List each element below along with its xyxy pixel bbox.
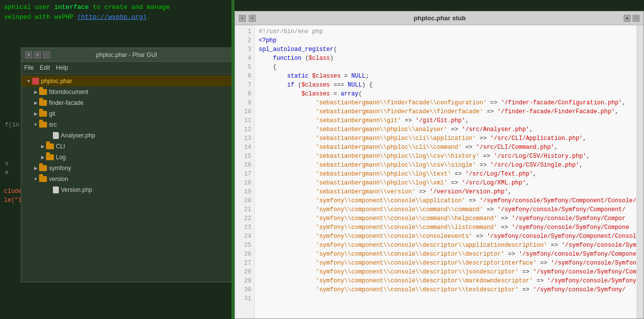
code-line: { [259, 63, 633, 72]
tree-item-analyser[interactable]: Analyser.php [21, 130, 232, 141]
line-number: 25 [235, 241, 254, 250]
code-maximize-button[interactable]: o [249, 15, 256, 22]
line-number: 29 [235, 276, 254, 285]
code-line: <?php [259, 36, 633, 45]
code-line: 'symfony\\component\\console\\descriptor… [259, 268, 633, 276]
folder-icon [39, 89, 47, 95]
tree-arrow: ▶ [32, 89, 39, 95]
folder-icon [39, 111, 47, 117]
line-number: 20 [235, 196, 254, 205]
line-number: 21 [235, 205, 254, 214]
line-number: 4 [235, 54, 254, 63]
file-window-title: phploc.phar - Phar GUI [96, 51, 157, 58]
close-button[interactable]: x [25, 51, 32, 58]
code-line: static $classes = NULL; [259, 72, 633, 81]
line-number: 8 [235, 90, 254, 98]
maximize-button[interactable]: o [34, 51, 41, 58]
tree-label: Version.php [61, 186, 92, 193]
code-line: 'sebastianbergmann\\git' => '/git/Git.ph… [259, 116, 633, 125]
code-line: 'symfony\\component\\console\\command\\c… [259, 205, 633, 214]
code-line: 'symfony\\component\\console\\descriptor… [259, 241, 633, 250]
tree-arrow [46, 132, 53, 139]
tree-label: git [49, 110, 55, 117]
code-line: 'symfony\\component\\console\\descriptor… [259, 276, 633, 285]
phar-icon [32, 78, 39, 85]
menu-file[interactable]: File [24, 64, 34, 71]
folder-icon [46, 143, 54, 149]
code-line: 'sebastianbergmann\\phploc\\cli\\command… [259, 143, 633, 152]
code-title-left[interactable]: x o [239, 15, 256, 22]
tree-label: phploc.phar [41, 78, 72, 85]
line-number: 27 [235, 259, 254, 268]
tree-arrow: ▶ [39, 154, 46, 161]
code-line: if ($classes === NULL) { [259, 81, 633, 90]
code-line: 'sebastianbergmann\\finderfacade\\finder… [259, 107, 633, 116]
tree-item-finder-facade[interactable]: ▶ finder-facade [21, 97, 232, 108]
tree-arrow: ▼ [25, 78, 32, 85]
menu-edit[interactable]: Edit [40, 64, 50, 71]
code-lines: #!/usr/bin/env php<?phpspl_autoload_regi… [255, 25, 637, 319]
tree-label: CLI [56, 143, 65, 150]
menu-bar: File Edit Help [21, 62, 232, 74]
line-number: 15 [235, 152, 254, 161]
tree-arrow: ▶ [32, 110, 39, 117]
line-number: 13 [235, 134, 254, 143]
line-number: 6 [235, 72, 254, 81]
folder-icon [39, 122, 47, 128]
file-manager-window: x o - phploc.phar - Phar GUI File Edit H… [21, 47, 232, 282]
line-number: 31 [235, 294, 254, 303]
tree-item-log[interactable]: ▶ Log [21, 152, 232, 163]
minimize-button[interactable]: - [43, 51, 50, 58]
vertical-scrollbar[interactable] [637, 25, 644, 319]
code-title-right[interactable]: ▲ □ [624, 15, 640, 22]
code-window: x o phploc.phar stub ▲ □ 123456789101112… [234, 11, 644, 319]
line-number: 12 [235, 125, 254, 134]
tree-item-git[interactable]: ▶ git [21, 108, 232, 119]
line-number: 18 [235, 179, 254, 187]
line-number: 14 [235, 143, 254, 152]
line-number: 3 [235, 45, 254, 54]
tree-label: Log [56, 154, 66, 161]
code-close-button[interactable]: x [239, 15, 246, 22]
line-number: 17 [235, 170, 254, 179]
menu-help[interactable]: Help [56, 64, 68, 71]
line-number: 5 [235, 63, 254, 72]
line-number: 22 [235, 214, 254, 223]
code-line: 'sebastianbergmann\\phploc\\log\\csv\\hi… [259, 152, 633, 161]
tree-item-version[interactable]: ▼ version [21, 174, 232, 184]
tree-label: version [49, 176, 68, 182]
line-number: 23 [235, 223, 254, 232]
code-line: 'symfony\\component\\console\\applicatio… [259, 196, 633, 205]
tree-item-cli[interactable]: ▶ CLI [21, 141, 232, 152]
line-number: 26 [235, 250, 254, 259]
code-up-button[interactable]: ▲ [624, 15, 631, 22]
tree-item-phploc-phar[interactable]: ▼ phploc.phar [21, 76, 232, 87]
folder-icon [39, 100, 47, 106]
code-line: spl_autoload_register( [259, 45, 633, 54]
tree-arrow: ▶ [39, 143, 46, 150]
code-titlebar: x o phploc.phar stub ▲ □ [235, 11, 644, 25]
code-line: 'symfony\\component\\console\\command\\l… [259, 223, 633, 232]
code-line: 'sebastianbergmann\\version' => '/versio… [259, 187, 633, 196]
tree-item-src[interactable]: ▼ src [21, 119, 232, 130]
code-restore-button[interactable]: □ [633, 15, 640, 22]
code-line: 'symfony\\component\\console\\consoleeve… [259, 232, 633, 241]
code-line: 'sebastianbergmann\\phploc\\cli\\applica… [259, 134, 633, 143]
line-number: 19 [235, 187, 254, 196]
tree-item-symfony[interactable]: ▶ symfony [21, 163, 232, 174]
file-tree: ▼ phploc.phar ▶ fdomdocument ▶ finder-fa… [21, 74, 232, 282]
code-line: 'symfony\\component\\console\\command\\h… [259, 214, 633, 223]
folder-icon [46, 154, 54, 160]
line-number: 11 [235, 116, 254, 125]
tree-item-fdomdocument[interactable]: ▶ fdomdocument [21, 87, 232, 97]
tree-item-version-php[interactable]: Version.php [21, 184, 232, 195]
code-line: #!/usr/bin/env php [259, 27, 633, 36]
line-number: 16 [235, 161, 254, 170]
code-line: function ($class) [259, 54, 633, 63]
line-numbers: 1234567891011121314151617181920212223242… [235, 25, 255, 319]
code-line: 'sebastianbergmann\\finderfacade\\config… [259, 98, 633, 107]
code-line: 'symfony\\component\\console\\descriptor… [259, 259, 633, 268]
titlebar-buttons[interactable]: x o - [25, 51, 50, 58]
line-number: 30 [235, 285, 254, 294]
left-panel: aphical user interface to create and man… [0, 0, 232, 319]
